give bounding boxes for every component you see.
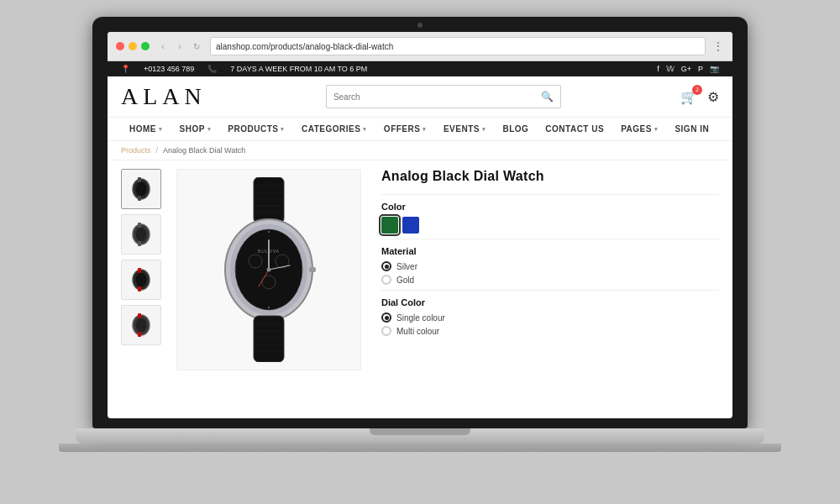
material-options: Silver Gold bbox=[381, 261, 719, 285]
nav-shop[interactable]: SHOP ▾ bbox=[171, 118, 220, 140]
thumbnail-1[interactable] bbox=[121, 169, 161, 209]
nav-home[interactable]: HOME ▾ bbox=[121, 118, 171, 140]
main-content: BULOVA bbox=[108, 160, 732, 379]
screen-frame: ‹ › ↻ alanshop.com/products/analog-black… bbox=[92, 17, 748, 428]
facebook-icon[interactable]: f bbox=[657, 65, 659, 73]
nav-events[interactable]: EVENTS ▾ bbox=[435, 118, 495, 140]
nav-blog[interactable]: BLOG bbox=[494, 118, 537, 140]
thumbnail-4[interactable] bbox=[121, 305, 161, 345]
reload-button[interactable]: ↻ bbox=[190, 39, 203, 53]
laptop-frame: ‹ › ↻ alanshop.com/products/analog-black… bbox=[59, 17, 781, 487]
product-details: Analog Black Dial Watch Color Material bbox=[375, 169, 719, 370]
phone-icon2: 📞 bbox=[207, 65, 217, 73]
chevron-down-icon: ▾ bbox=[281, 126, 285, 133]
screen-content: ‹ › ↻ alanshop.com/products/analog-black… bbox=[108, 32, 732, 418]
dial-single[interactable]: Single colour bbox=[381, 312, 719, 323]
breadcrumb: Products / Analog Black Dial Watch bbox=[108, 141, 732, 160]
minimize-button[interactable] bbox=[129, 42, 137, 50]
material-silver-label: Silver bbox=[396, 262, 417, 271]
svg-point-41 bbox=[268, 307, 270, 308]
breadcrumb-separator: / bbox=[156, 146, 159, 155]
hours-text: 7 DAYS A WEEK FROM 10 AM TO 6 PM bbox=[230, 65, 367, 73]
twitter-icon[interactable]: 𝕎 bbox=[666, 65, 675, 73]
svg-point-32 bbox=[267, 268, 271, 272]
radio-multi-dot bbox=[381, 326, 391, 336]
cart-icon[interactable]: 🛒 2 bbox=[680, 89, 697, 105]
address-bar[interactable]: alanshop.com/products/analog-black-dial-… bbox=[210, 37, 706, 55]
laptop-base bbox=[76, 428, 764, 444]
material-silver[interactable]: Silver bbox=[381, 261, 719, 271]
thumbnail-2[interactable] bbox=[121, 214, 161, 255]
dial-multi[interactable]: Multi colour bbox=[381, 326, 719, 336]
header-icons: 🛒 2 ⚙ bbox=[680, 89, 719, 105]
svg-rect-34 bbox=[254, 316, 284, 362]
breadcrumb-products-link[interactable]: Products bbox=[121, 146, 151, 155]
color-options bbox=[381, 217, 719, 234]
svg-rect-33 bbox=[309, 267, 316, 272]
svg-rect-16 bbox=[254, 177, 284, 223]
chevron-down-icon: ▾ bbox=[207, 126, 212, 133]
traffic-lights bbox=[116, 42, 150, 50]
nav-offers[interactable]: OFFERS ▾ bbox=[375, 118, 435, 140]
browser-nav: ‹ › ↻ bbox=[156, 39, 203, 53]
pinterest-icon[interactable]: P bbox=[698, 65, 703, 73]
svg-point-13 bbox=[135, 318, 147, 333]
nav-products[interactable]: PRODUCTS ▾ bbox=[219, 118, 293, 140]
back-button[interactable]: ‹ bbox=[156, 39, 170, 53]
nav-pages[interactable]: PAGES ▾ bbox=[612, 118, 666, 140]
gplus-icon[interactable]: G+ bbox=[681, 65, 691, 73]
dial-options: Single colour Multi colour bbox=[381, 312, 719, 336]
radio-single-dot bbox=[381, 312, 391, 323]
svg-rect-14 bbox=[138, 313, 141, 318]
svg-point-42 bbox=[234, 269, 236, 270]
material-gold-label: Gold bbox=[396, 276, 414, 285]
radio-gold-dot bbox=[381, 275, 391, 285]
svg-rect-2 bbox=[138, 177, 141, 182]
site-nav: HOME ▾ SHOP ▾ PRODUCTS ▾ CATEGORIES ▾ OF… bbox=[108, 118, 732, 141]
svg-rect-6 bbox=[138, 223, 141, 228]
svg-point-1 bbox=[135, 181, 147, 197]
settings-icon[interactable]: ⚙ bbox=[707, 89, 719, 105]
maximize-button[interactable] bbox=[141, 42, 150, 50]
divider-1 bbox=[381, 194, 719, 195]
close-button[interactable] bbox=[116, 42, 124, 50]
divider-3 bbox=[381, 290, 719, 291]
dial-label: Dial Color bbox=[381, 297, 719, 307]
search-input[interactable] bbox=[333, 92, 541, 102]
divider-2 bbox=[381, 239, 719, 239]
dial-single-label: Single colour bbox=[396, 313, 445, 323]
site-header: ALAN 🔍 🛒 2 ⚙ bbox=[108, 76, 732, 118]
camera bbox=[417, 23, 423, 28]
svg-rect-7 bbox=[138, 241, 141, 246]
svg-point-5 bbox=[135, 227, 147, 242]
svg-rect-10 bbox=[138, 268, 141, 273]
info-bar-right: f 𝕎 G+ P 📷 bbox=[657, 65, 719, 73]
color-label: Color bbox=[381, 202, 719, 212]
forward-button[interactable]: › bbox=[173, 39, 186, 53]
site-logo: ALAN bbox=[121, 83, 207, 110]
color-swatch-blue[interactable] bbox=[402, 217, 419, 234]
browser-menu-button[interactable]: ⋮ bbox=[712, 39, 724, 53]
nav-signin[interactable]: SIGN IN bbox=[666, 118, 717, 140]
thumbnail-3[interactable] bbox=[121, 260, 161, 300]
chevron-down-icon: ▾ bbox=[363, 126, 367, 133]
phone-number: +0123 456 789 bbox=[144, 65, 194, 73]
nav-contact[interactable]: CONTACT US bbox=[537, 118, 612, 140]
radio-silver-dot bbox=[381, 261, 391, 271]
svg-point-43 bbox=[302, 269, 303, 270]
phone-icon: 📍 bbox=[121, 65, 130, 73]
cart-badge: 2 bbox=[692, 85, 702, 95]
material-gold[interactable]: Gold bbox=[381, 275, 719, 285]
color-swatch-green[interactable] bbox=[381, 217, 398, 234]
info-bar-left: 📍 +0123 456 789 📞 7 DAYS A WEEK FROM 10 … bbox=[121, 65, 367, 73]
search-bar[interactable]: 🔍 bbox=[326, 85, 561, 108]
nav-categories[interactable]: CATEGORIES ▾ bbox=[293, 118, 375, 140]
dial-multi-label: Multi colour bbox=[396, 327, 439, 336]
main-product-image: BULOVA bbox=[176, 169, 361, 370]
svg-point-9 bbox=[135, 272, 147, 287]
laptop-base-bottom bbox=[59, 444, 781, 452]
instagram-icon[interactable]: 📷 bbox=[710, 65, 719, 73]
info-bar: 📍 +0123 456 789 📞 7 DAYS A WEEK FROM 10 … bbox=[108, 61, 732, 76]
material-label: Material bbox=[381, 246, 719, 256]
svg-point-40 bbox=[268, 231, 270, 233]
